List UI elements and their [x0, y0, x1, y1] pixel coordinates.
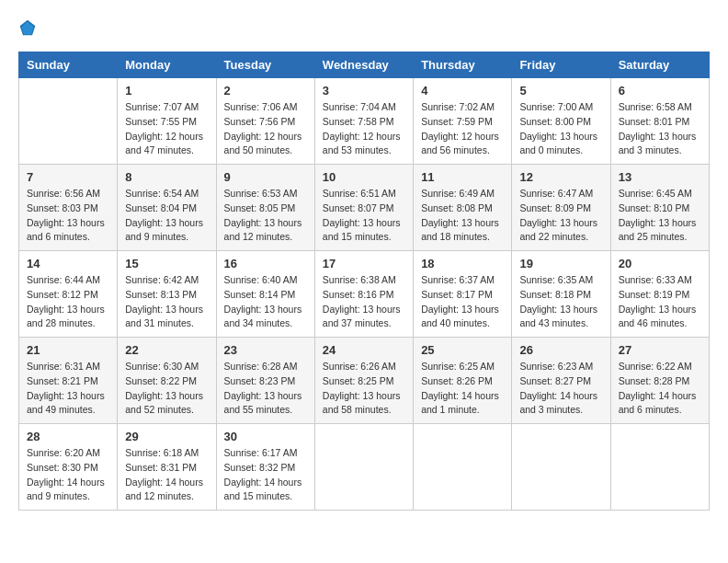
day-number: 27 [619, 343, 701, 357]
weekday-header-sunday: Sunday [19, 52, 118, 78]
calendar-cell: 19Sunrise: 6:35 AM Sunset: 8:18 PM Dayli… [512, 251, 610, 338]
calendar-week-row: 7Sunrise: 6:56 AM Sunset: 8:03 PM Daylig… [19, 165, 710, 251]
logo-icon [18, 18, 37, 37]
weekday-header-saturday: Saturday [610, 52, 709, 78]
calendar-week-row: 14Sunrise: 6:44 AM Sunset: 8:12 PM Dayli… [19, 251, 710, 338]
day-number: 29 [125, 430, 208, 443]
day-number: 12 [519, 170, 602, 184]
calendar-cell: 1Sunrise: 7:07 AM Sunset: 7:55 PM Daylig… [118, 78, 216, 165]
day-number: 17 [323, 257, 405, 270]
day-number: 9 [224, 170, 307, 184]
day-info: Sunrise: 6:26 AM Sunset: 8:25 PM Dayligh… [323, 360, 405, 418]
calendar-week-row: 28Sunrise: 6:20 AM Sunset: 8:30 PM Dayli… [19, 424, 710, 511]
day-info: Sunrise: 6:28 AM Sunset: 8:23 PM Dayligh… [224, 360, 307, 418]
weekday-header-thursday: Thursday [414, 52, 512, 78]
calendar-cell: 23Sunrise: 6:28 AM Sunset: 8:23 PM Dayli… [216, 338, 314, 424]
day-number: 1 [125, 84, 208, 98]
day-number: 6 [619, 84, 701, 98]
day-number: 20 [619, 257, 701, 270]
calendar-cell: 11Sunrise: 6:49 AM Sunset: 8:08 PM Dayli… [414, 165, 512, 251]
day-number: 16 [224, 257, 307, 270]
day-info: Sunrise: 7:07 AM Sunset: 7:55 PM Dayligh… [125, 100, 208, 158]
calendar-week-row: 1Sunrise: 7:07 AM Sunset: 7:55 PM Daylig… [19, 78, 710, 165]
calendar-cell: 2Sunrise: 7:06 AM Sunset: 7:56 PM Daylig… [216, 78, 314, 165]
day-info: Sunrise: 6:20 AM Sunset: 8:30 PM Dayligh… [27, 446, 109, 504]
calendar-cell [19, 78, 118, 165]
day-info: Sunrise: 6:45 AM Sunset: 8:10 PM Dayligh… [619, 187, 701, 245]
calendar-cell: 21Sunrise: 6:31 AM Sunset: 8:21 PM Dayli… [19, 338, 118, 424]
weekday-header-friday: Friday [512, 52, 610, 78]
calendar-cell: 6Sunrise: 6:58 AM Sunset: 8:01 PM Daylig… [610, 78, 709, 165]
calendar-cell: 10Sunrise: 6:51 AM Sunset: 8:07 PM Dayli… [314, 165, 413, 251]
calendar-cell: 13Sunrise: 6:45 AM Sunset: 8:10 PM Dayli… [610, 165, 709, 251]
day-info: Sunrise: 6:40 AM Sunset: 8:14 PM Dayligh… [224, 273, 307, 331]
calendar-table: SundayMondayTuesdayWednesdayThursdayFrid… [18, 52, 710, 511]
day-number: 26 [519, 343, 602, 357]
day-number: 2 [224, 84, 307, 98]
calendar-week-row: 21Sunrise: 6:31 AM Sunset: 8:21 PM Dayli… [19, 338, 710, 424]
day-number: 8 [125, 170, 208, 184]
calendar-cell: 26Sunrise: 6:23 AM Sunset: 8:27 PM Dayli… [512, 338, 610, 424]
day-info: Sunrise: 7:04 AM Sunset: 7:58 PM Dayligh… [323, 100, 405, 158]
calendar-cell: 28Sunrise: 6:20 AM Sunset: 8:30 PM Dayli… [19, 424, 118, 511]
day-info: Sunrise: 6:49 AM Sunset: 8:08 PM Dayligh… [421, 187, 504, 245]
day-info: Sunrise: 7:02 AM Sunset: 7:59 PM Dayligh… [421, 100, 504, 158]
day-info: Sunrise: 6:42 AM Sunset: 8:13 PM Dayligh… [125, 273, 208, 331]
day-info: Sunrise: 7:00 AM Sunset: 8:00 PM Dayligh… [519, 100, 602, 158]
weekday-header-row: SundayMondayTuesdayWednesdayThursdayFrid… [19, 52, 710, 78]
day-number: 15 [125, 257, 208, 270]
day-number: 14 [27, 257, 109, 270]
day-number: 11 [421, 170, 504, 184]
calendar-cell: 24Sunrise: 6:26 AM Sunset: 8:25 PM Dayli… [314, 338, 413, 424]
calendar-cell: 25Sunrise: 6:25 AM Sunset: 8:26 PM Dayli… [414, 338, 512, 424]
calendar-cell: 4Sunrise: 7:02 AM Sunset: 7:59 PM Daylig… [414, 78, 512, 165]
day-info: Sunrise: 6:38 AM Sunset: 8:16 PM Dayligh… [323, 273, 405, 331]
day-info: Sunrise: 6:23 AM Sunset: 8:27 PM Dayligh… [519, 360, 602, 418]
day-number: 21 [27, 343, 109, 357]
calendar-cell: 18Sunrise: 6:37 AM Sunset: 8:17 PM Dayli… [414, 251, 512, 338]
calendar-cell: 17Sunrise: 6:38 AM Sunset: 8:16 PM Dayli… [314, 251, 413, 338]
day-number: 10 [323, 170, 405, 184]
calendar-cell: 5Sunrise: 7:00 AM Sunset: 8:00 PM Daylig… [512, 78, 610, 165]
day-info: Sunrise: 6:31 AM Sunset: 8:21 PM Dayligh… [27, 360, 109, 418]
day-info: Sunrise: 7:06 AM Sunset: 7:56 PM Dayligh… [224, 100, 307, 158]
calendar-cell: 14Sunrise: 6:44 AM Sunset: 8:12 PM Dayli… [19, 251, 118, 338]
day-info: Sunrise: 6:51 AM Sunset: 8:07 PM Dayligh… [323, 187, 405, 245]
calendar-cell: 7Sunrise: 6:56 AM Sunset: 8:03 PM Daylig… [19, 165, 118, 251]
calendar-cell: 9Sunrise: 6:53 AM Sunset: 8:05 PM Daylig… [216, 165, 314, 251]
calendar-cell: 29Sunrise: 6:18 AM Sunset: 8:31 PM Dayli… [118, 424, 216, 511]
calendar-cell: 22Sunrise: 6:30 AM Sunset: 8:22 PM Dayli… [118, 338, 216, 424]
day-number: 25 [421, 343, 504, 357]
day-info: Sunrise: 6:53 AM Sunset: 8:05 PM Dayligh… [224, 187, 307, 245]
day-number: 28 [27, 430, 109, 443]
calendar-cell: 16Sunrise: 6:40 AM Sunset: 8:14 PM Dayli… [216, 251, 314, 338]
day-info: Sunrise: 6:25 AM Sunset: 8:26 PM Dayligh… [421, 360, 504, 418]
calendar-cell: 30Sunrise: 6:17 AM Sunset: 8:32 PM Dayli… [216, 424, 314, 511]
calendar-cell [512, 424, 610, 511]
day-number: 18 [421, 257, 504, 270]
calendar-cell [414, 424, 512, 511]
page-header [18, 18, 710, 37]
day-number: 30 [224, 430, 307, 443]
calendar-cell [314, 424, 413, 511]
weekday-header-tuesday: Tuesday [216, 52, 314, 78]
day-info: Sunrise: 6:58 AM Sunset: 8:01 PM Dayligh… [619, 100, 701, 158]
day-number: 4 [421, 84, 504, 98]
calendar-cell: 15Sunrise: 6:42 AM Sunset: 8:13 PM Dayli… [118, 251, 216, 338]
calendar-cell: 20Sunrise: 6:33 AM Sunset: 8:19 PM Dayli… [610, 251, 709, 338]
day-number: 13 [619, 170, 701, 184]
day-number: 3 [323, 84, 405, 98]
day-info: Sunrise: 6:56 AM Sunset: 8:03 PM Dayligh… [27, 187, 109, 245]
calendar-cell: 12Sunrise: 6:47 AM Sunset: 8:09 PM Dayli… [512, 165, 610, 251]
day-info: Sunrise: 6:30 AM Sunset: 8:22 PM Dayligh… [125, 360, 208, 418]
day-info: Sunrise: 6:37 AM Sunset: 8:17 PM Dayligh… [421, 273, 504, 331]
day-info: Sunrise: 6:35 AM Sunset: 8:18 PM Dayligh… [519, 273, 602, 331]
day-number: 5 [519, 84, 602, 98]
weekday-header-monday: Monday [118, 52, 216, 78]
day-number: 23 [224, 343, 307, 357]
calendar-cell [610, 424, 709, 511]
day-number: 19 [519, 257, 602, 270]
day-info: Sunrise: 6:18 AM Sunset: 8:31 PM Dayligh… [125, 446, 208, 504]
calendar-cell: 8Sunrise: 6:54 AM Sunset: 8:04 PM Daylig… [118, 165, 216, 251]
day-info: Sunrise: 6:47 AM Sunset: 8:09 PM Dayligh… [519, 187, 602, 245]
